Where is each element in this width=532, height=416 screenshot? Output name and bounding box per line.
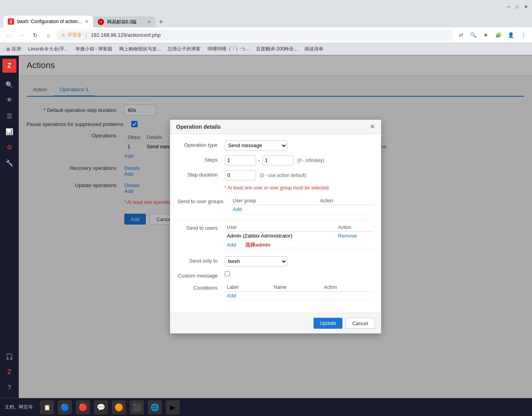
steps-row: Steps - (0 - infinitely) xyxy=(178,155,373,166)
sidebar-item-search[interactable]: 🔍 xyxy=(2,77,16,92)
user-action-header: Action xyxy=(336,223,373,232)
step-duration-content: (0 - use action default) xyxy=(225,170,373,180)
bookmark-icon[interactable]: ★ xyxy=(480,30,491,41)
bookmark-linux[interactable]: Linux命令大全(手... xyxy=(25,45,72,54)
update-button[interactable]: Update xyxy=(313,318,342,329)
sidebar-item-configuration[interactable]: ⚙ xyxy=(2,140,16,154)
security-label: 不安全 xyxy=(68,32,82,38)
step-duration-input[interactable] xyxy=(225,170,256,180)
tab-2[interactable]: N 网易邮箱6.0版 ✕ xyxy=(93,16,156,27)
bookmark-bilibili[interactable]: 哔哩哔哩（`-´）つ... xyxy=(204,45,252,54)
custom-message-checkbox[interactable] xyxy=(225,271,230,276)
reload-button[interactable]: ↻ xyxy=(30,30,41,41)
bookmark-forget-label: 忘情公子的博客 xyxy=(168,46,201,52)
bookmark-bilibili-label: 哔哩哔哩（`-´）つ... xyxy=(208,46,249,52)
conditions-label: Conditions xyxy=(178,283,221,291)
user-group-action-header: Action xyxy=(318,197,373,205)
bookmark-reading[interactable]: 阅读清单 xyxy=(301,45,326,54)
steps-to-input[interactable] xyxy=(262,155,294,166)
user-groups-label: Send to user groups xyxy=(178,197,227,204)
add-user-link[interactable]: Add xyxy=(227,242,236,248)
conditions-name-header: Name xyxy=(272,283,322,292)
add-group-row: Add xyxy=(231,205,373,213)
tab-1[interactable]: Z bwxh: Configuration of action... ✕ xyxy=(3,16,93,27)
bookmark-forget[interactable]: 忘情公子的博客 xyxy=(165,45,204,54)
home-button[interactable]: ⌂ xyxy=(43,30,54,41)
bookmark-apps[interactable]: ⊞ 应用 xyxy=(3,45,24,54)
tab1-favicon: Z xyxy=(8,18,14,25)
conditions-action-header: Action xyxy=(322,283,373,292)
address-right-icons: ⇄ 🔍 ★ 🧩 👤 ⋮ xyxy=(455,30,529,41)
custom-message-row: Custom message xyxy=(178,271,373,279)
forward-button[interactable]: → xyxy=(16,30,27,41)
add-user-row: Add 选择admin xyxy=(225,240,373,250)
taskbar-icon-5[interactable]: 🟠 xyxy=(112,400,126,414)
at-least-warning: * At least one user or user group must b… xyxy=(225,185,330,191)
taskbar-icon-1[interactable]: 📋 xyxy=(40,400,54,414)
add-user-group-link[interactable]: Add xyxy=(233,206,242,212)
at-least-spacer xyxy=(178,185,221,187)
taskbar-icon-4[interactable]: 💬 xyxy=(94,400,108,414)
taskbar-icon-3[interactable]: 🔴 xyxy=(76,400,90,414)
send-users-content: User Action Admin (Zabbix Administrator)… xyxy=(225,223,373,252)
modal-header: Operation details ✕ xyxy=(170,120,381,134)
add-condition-row: Add xyxy=(225,291,373,300)
window-controls: ─ □ ✕ xyxy=(505,4,529,10)
menu-icon[interactable]: ⋮ xyxy=(518,30,529,41)
search-icon[interactable]: 🔍 xyxy=(468,30,479,41)
taskbar-icon-6[interactable]: ⬛ xyxy=(130,400,144,414)
steps-label: Steps xyxy=(178,155,221,163)
tab2-close[interactable]: ✕ xyxy=(147,20,151,25)
minimize-btn[interactable]: ─ xyxy=(505,4,512,10)
back-button[interactable]: ← xyxy=(3,30,14,41)
sidebar-item-inventory[interactable]: ☰ xyxy=(2,109,16,123)
tab2-favicon: N xyxy=(98,19,104,25)
sidebar-item-support[interactable]: 🎧 xyxy=(2,349,16,364)
bookmark-shop[interactable]: 网上购物现状与发... xyxy=(116,45,164,54)
bookmark-blog[interactable]: 串微小胡 - 博客园 xyxy=(72,45,116,54)
op-type-label: Operation type xyxy=(178,140,221,148)
address-input[interactable]: ⚠ 不安全 | 192.168.96.129/actionconf.php xyxy=(56,30,453,41)
modal-close-button[interactable]: ✕ xyxy=(370,124,375,130)
sidebar-item-help[interactable]: ? xyxy=(2,381,16,395)
divider-1 xyxy=(178,220,373,220)
sidebar-item-monitoring[interactable]: 👁 xyxy=(2,93,16,107)
taskbar-icon-2[interactable]: 🔵 xyxy=(58,400,72,414)
sidebar-item-reports[interactable]: 📊 xyxy=(2,124,16,139)
modal-cancel-button[interactable]: Cancel xyxy=(346,318,374,329)
select-admin-annotation: 选择admin xyxy=(245,242,270,248)
at-least-warning-row: * At least one user or user group must b… xyxy=(178,185,373,194)
bookmark-apps-label: 应用 xyxy=(12,46,21,52)
taskbar-icon-7[interactable]: 🌐 xyxy=(148,400,162,414)
translate-icon[interactable]: ⇄ xyxy=(455,30,466,41)
send-only-select[interactable]: bwxh SMS Email xyxy=(225,256,287,267)
step-duration-label: Step duration xyxy=(178,170,221,178)
new-tab-button[interactable]: + xyxy=(156,16,167,27)
sidebar: Z 🔍 👁 ☰ 📊 ⚙ 🔧 🎧 Z ? xyxy=(0,56,19,398)
tab2-title: 网易邮箱6.0版 xyxy=(107,19,137,25)
add-condition-link[interactable]: Add xyxy=(227,293,236,299)
close-btn[interactable]: ✕ xyxy=(523,4,529,10)
bookmarks-bar: ⊞ 应用 Linux命令大全(手... 串微小胡 - 博客园 网上购物现状与发.… xyxy=(0,43,532,56)
operation-type-select[interactable]: Send message xyxy=(225,140,287,151)
tab1-close[interactable]: ✕ xyxy=(85,19,88,24)
op-type-content: Send message xyxy=(225,140,373,151)
tab-bar: Z bwxh: Configuration of action... ✕ N 网… xyxy=(0,13,532,27)
modal-overlay: Operation details ✕ Operation type Send … xyxy=(19,55,532,398)
user-group-header: User group xyxy=(231,197,318,205)
sidebar-logo[interactable]: Z xyxy=(2,59,16,73)
profile-icon[interactable]: 👤 xyxy=(505,30,516,41)
maximize-btn[interactable]: □ xyxy=(514,4,520,10)
sidebar-item-administration[interactable]: 🔧 xyxy=(2,156,16,170)
extensions-icon[interactable]: 🧩 xyxy=(493,30,504,41)
bookmark-baidu[interactable]: 百度翻译-200种语... xyxy=(253,45,301,54)
apps-icon: ⊞ xyxy=(6,47,10,52)
send-users-row: Send to users User Action xyxy=(178,223,373,252)
sidebar-item-zabbix[interactable]: Z xyxy=(2,365,16,379)
steps-from-input[interactable] xyxy=(225,155,256,166)
bookmark-reading-label: 阅读清单 xyxy=(305,46,323,52)
steps-content: - (0 - infinitely) xyxy=(225,155,373,166)
user1-remove-link[interactable]: Remove xyxy=(338,233,357,239)
taskbar-icon-8[interactable]: ▶ xyxy=(166,400,180,414)
user1-name: Admin (Zabbix Administrator) xyxy=(225,231,336,240)
